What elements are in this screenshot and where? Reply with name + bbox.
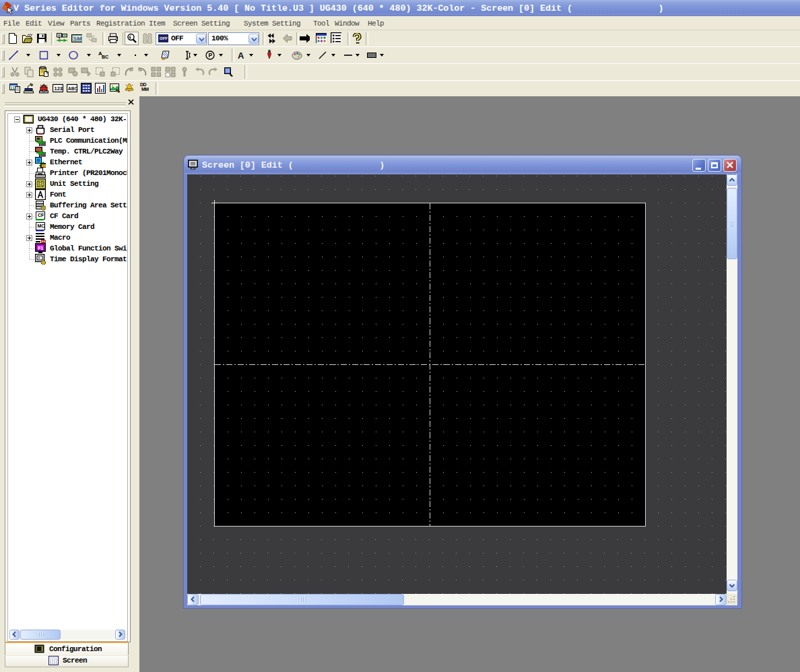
svg-text:ABC: ABC [68, 86, 77, 91]
svg-text:MC: MC [37, 224, 44, 228]
svg-text:P: P [209, 52, 213, 59]
svg-text:CF: CF [38, 213, 44, 217]
svg-text:F1: F1 [38, 246, 44, 250]
svg-text:BC: BC [102, 55, 108, 59]
svg-text:DD: DD [140, 82, 147, 87]
svg-text:MM: MM [141, 87, 149, 92]
svg-text:YY: YY [143, 92, 149, 92]
svg-text:123: 123 [55, 86, 63, 92]
svg-text:SIM: SIM [73, 36, 82, 41]
svg-text:A: A [238, 51, 244, 61]
